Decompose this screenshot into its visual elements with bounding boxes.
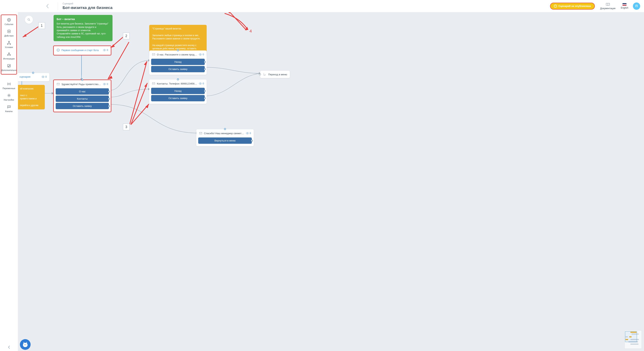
svg-line-33 bbox=[110, 36, 124, 48]
node-button[interactable]: Назад bbox=[151, 88, 205, 94]
svg-point-22 bbox=[104, 50, 105, 50]
sidebar-label: Условия bbox=[5, 46, 13, 48]
node-about[interactable]: О нас. Расскажите о своем продукте. Вы м… bbox=[149, 50, 207, 75]
svg-rect-25 bbox=[152, 53, 155, 56]
flow-canvas[interactable]: Бот – визитка Бот-визитка для бизнеса. З… bbox=[18, 12, 644, 351]
back-button[interactable] bbox=[44, 3, 51, 9]
node-label: Переход в меню bbox=[268, 73, 287, 76]
sidebar-main-group: События Действия Условия Интеграции Допо… bbox=[1, 14, 17, 74]
svg-marker-43 bbox=[245, 27, 248, 30]
svg-point-26 bbox=[200, 54, 201, 55]
node-button[interactable]: О нас bbox=[56, 88, 109, 95]
sidebar-item-channels[interactable]: Каналы bbox=[0, 103, 18, 114]
sidebar-label: Настройки bbox=[4, 99, 14, 101]
node-welcome[interactable]: Здравствуйте! Рады приветствовать вас в … bbox=[53, 79, 111, 112]
sidebar-label: Интеграции bbox=[3, 57, 15, 60]
node-start[interactable]: Первое сообщение и старт бота 0 bbox=[53, 45, 111, 55]
sidebar-item-variables[interactable]: Переменные bbox=[0, 80, 18, 91]
svg-point-30 bbox=[247, 133, 248, 134]
svg-line-46 bbox=[228, 12, 246, 30]
sidebar-label: Переменные bbox=[2, 87, 15, 89]
svg-marker-36 bbox=[108, 76, 112, 79]
node-button[interactable]: Оставить заявку bbox=[56, 103, 109, 109]
publish-status-badge[interactable]: ! Сценарий не опубликован bbox=[550, 3, 595, 9]
views-count: 0 bbox=[246, 132, 251, 135]
annotation-arrow bbox=[129, 102, 152, 127]
node-contacts[interactable]: Контакты. Телефон: 89991234567 Наш адр… … bbox=[149, 79, 207, 104]
sidebar-item-settings[interactable]: Настройки bbox=[0, 91, 18, 103]
svg-point-20 bbox=[58, 50, 58, 50]
collapse-sidebar-button[interactable] bbox=[0, 346, 18, 349]
redirect-icon bbox=[263, 73, 266, 76]
svg-point-14 bbox=[24, 345, 25, 345]
node-thanks[interactable]: Спасибо! Наш менеджер свяжется с вами в…… bbox=[196, 129, 254, 146]
canvas-search-button[interactable] bbox=[25, 16, 33, 24]
svg-rect-29 bbox=[199, 132, 202, 134]
svg-point-3 bbox=[8, 41, 9, 42]
svg-point-8 bbox=[10, 55, 10, 55]
node-goto-menu[interactable]: Переход в меню bbox=[260, 71, 290, 78]
views-count: 0 bbox=[199, 82, 204, 85]
node-button[interactable]: Оставить заявку bbox=[151, 95, 205, 101]
target-icon bbox=[7, 18, 11, 22]
node-label: Спасибо! Наш менеджер свяжется с вами в… bbox=[204, 132, 244, 135]
llama-icon bbox=[22, 341, 29, 348]
sidebar-item-extra[interactable]: Дополнительно bbox=[1, 62, 16, 73]
node-label: О нас. Расскажите о своем продукте. Вы м… bbox=[157, 53, 197, 56]
svg-line-39 bbox=[131, 83, 147, 125]
action-icon bbox=[7, 29, 11, 33]
annotation-marker-4: 4 bbox=[250, 29, 252, 34]
views-count: 0 bbox=[103, 49, 108, 51]
note-green[interactable]: Бот – визитка Бот-визитка для бизнеса. З… bbox=[54, 15, 112, 41]
minimap[interactable] bbox=[624, 330, 642, 349]
note-yellow-left[interactable]: ей компании. текст с приветствием и пере… bbox=[18, 85, 45, 109]
language-switch[interactable]: English bbox=[621, 3, 628, 9]
sidebar-item-events[interactable]: События bbox=[1, 16, 16, 27]
note-body: Бот-визитка для бизнеса. Заполните "стра… bbox=[57, 22, 110, 39]
docs-label: Документация bbox=[600, 7, 616, 10]
variable-icon bbox=[7, 82, 11, 86]
annotation-marker-1: 1 bbox=[38, 22, 45, 29]
user-avatar[interactable]: П bbox=[633, 2, 640, 10]
sidebar-item-actions[interactable]: Действия bbox=[1, 27, 16, 39]
svg-point-13 bbox=[9, 106, 10, 107]
sidebar-label: Каналы bbox=[5, 110, 13, 112]
svg-line-31 bbox=[23, 26, 40, 37]
message-icon bbox=[56, 48, 60, 52]
svg-point-1 bbox=[8, 19, 10, 20]
publish-status-label: Сценарий не опубликован bbox=[558, 4, 591, 7]
gear-icon bbox=[7, 93, 11, 97]
node-button[interactable]: Вернуться в меню bbox=[198, 137, 252, 144]
warning-icon: ! bbox=[554, 4, 557, 8]
annotation-marker-2: 2 bbox=[123, 32, 130, 39]
svg-point-0 bbox=[7, 18, 10, 21]
svg-point-6 bbox=[8, 53, 9, 53]
assistant-bubble[interactable] bbox=[20, 339, 30, 350]
node-button[interactable]: Контакты bbox=[56, 96, 109, 102]
node-scenario-edge[interactable]: сценария 0 bbox=[18, 73, 49, 81]
app-header: Сценарий Бот-визитка для бизнеса ! Сцена… bbox=[0, 0, 644, 12]
node-button[interactable]: Назад bbox=[151, 59, 205, 65]
svg-marker-38 bbox=[144, 61, 147, 65]
docs-link[interactable]: Документация bbox=[600, 2, 616, 10]
node-label: сценария bbox=[20, 75, 40, 78]
svg-point-10 bbox=[8, 95, 10, 96]
node-label: Контакты. Телефон: 89991234567 Наш адр… bbox=[157, 82, 197, 85]
search-icon bbox=[27, 18, 30, 21]
sidebar-label: Дополнительно bbox=[1, 69, 16, 71]
views-count: 0 bbox=[199, 53, 204, 56]
avatar-letter: П bbox=[636, 4, 638, 8]
chevron-left-icon bbox=[46, 4, 49, 8]
views-count: 0 bbox=[42, 75, 47, 78]
connection-lines bbox=[18, 12, 644, 351]
sidebar-item-integrations[interactable]: Интеграции bbox=[1, 50, 16, 62]
integration-icon bbox=[7, 52, 11, 56]
svg-point-16 bbox=[28, 18, 30, 20]
mail-icon bbox=[152, 82, 155, 85]
node-button[interactable]: Оставить заявку bbox=[151, 66, 205, 72]
sidebar-label: События bbox=[4, 23, 13, 25]
sidebar-label: Действия bbox=[4, 35, 14, 37]
sidebar: События Действия Условия Интеграции Допо… bbox=[0, 12, 18, 351]
mail-icon bbox=[199, 131, 202, 135]
sidebar-item-conditions[interactable]: Условия bbox=[1, 39, 16, 50]
